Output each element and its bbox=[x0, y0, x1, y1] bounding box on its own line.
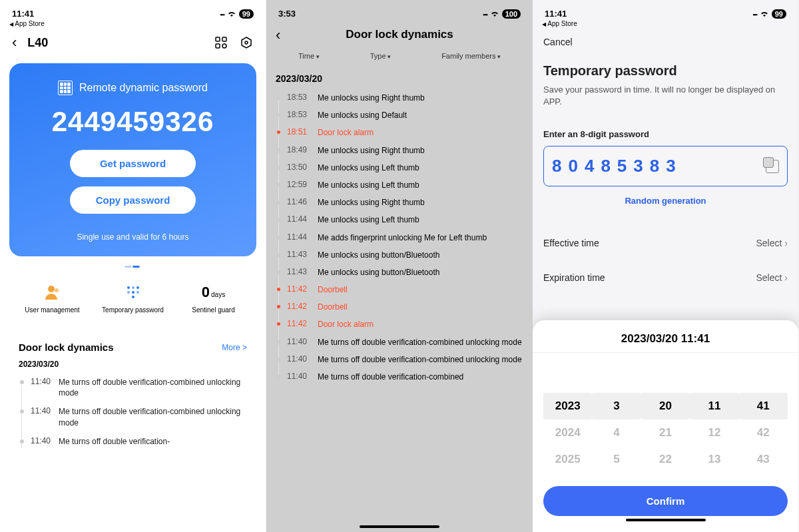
picker-option[interactable]: 22 bbox=[641, 446, 690, 473]
event-message: Me unlocks using Right thumb bbox=[314, 145, 523, 156]
event-time: 11:40 bbox=[287, 337, 314, 346]
list-item[interactable]: 18:53Me unlocks using Right thumb bbox=[276, 89, 523, 107]
picker-column[interactable]: 345 bbox=[592, 393, 641, 473]
temporary-password-label: Temporary password bbox=[102, 306, 164, 314]
list-item[interactable]: 11:46Me unlocks using Right thumb bbox=[276, 194, 523, 211]
dynamics-card: Door lock dynamics More > 2023/03/20 11:… bbox=[9, 332, 256, 451]
password-field-label: Enter an 8-digit password bbox=[543, 129, 788, 139]
page-title: Temporary password bbox=[543, 63, 788, 79]
copy-password-button[interactable]: Copy password bbox=[70, 186, 196, 214]
event-message: Door lock alarm bbox=[314, 127, 523, 138]
timeline-dot-icon bbox=[277, 218, 280, 221]
event-message: Me turns off double verification-combine… bbox=[314, 337, 523, 348]
list-item[interactable]: 18:49Me unlocks using Right thumb bbox=[276, 142, 523, 159]
picker-option[interactable]: 43 bbox=[739, 446, 788, 473]
home-indicator[interactable] bbox=[360, 525, 439, 528]
list-item[interactable]: 18:53Me unlocks using Default bbox=[276, 107, 523, 124]
list-item[interactable]: 11:42Doorbell bbox=[276, 281, 523, 298]
confirm-button[interactable]: Confirm bbox=[543, 486, 788, 516]
svg-point-9 bbox=[132, 286, 134, 289]
event-message: Me unlocks using Left thumb bbox=[314, 180, 523, 190]
picker-option[interactable]: 21 bbox=[641, 419, 690, 446]
picker-column[interactable]: 202122 bbox=[641, 393, 690, 473]
password-input-box[interactable]: 80485383 bbox=[543, 146, 788, 186]
svg-point-5 bbox=[245, 41, 248, 44]
picker-option[interactable]: 4 bbox=[592, 419, 641, 446]
event-message: Me unlocks using Left thumb bbox=[314, 214, 523, 225]
list-item[interactable]: 11:40Me turns off double verification-co… bbox=[276, 351, 523, 368]
back-button[interactable]: ‹ bbox=[12, 34, 17, 51]
picker-selected: 3 bbox=[592, 393, 641, 419]
list-item[interactable]: 11:44Me unlocks using Left thumb bbox=[276, 211, 523, 228]
get-password-button[interactable]: Get password bbox=[70, 150, 196, 177]
dynamics-more-link[interactable]: More > bbox=[222, 343, 247, 352]
list-item[interactable]: 11:44Me adds fingerprint unlocking Me fo… bbox=[276, 229, 523, 246]
event-time: 11:40 bbox=[31, 436, 59, 447]
list-item[interactable]: 11:40Me turns off double verification-co… bbox=[276, 368, 523, 386]
event-message: Me unlocks using button/Bluetooth bbox=[314, 267, 523, 278]
screen-dynamics-list: 3:53 100 ‹ Door lock dynamics Time Type … bbox=[266, 0, 533, 532]
list-item[interactable]: 12:59Me unlocks using Left thumb bbox=[276, 176, 523, 194]
picker-option[interactable]: 12 bbox=[690, 419, 738, 446]
effective-time-row[interactable]: Effective time Select› bbox=[543, 226, 788, 260]
back-button[interactable]: ‹ bbox=[276, 27, 280, 44]
keypad-icon bbox=[58, 81, 73, 95]
list-item[interactable]: 11:40Me turns off double verification-co… bbox=[276, 334, 523, 351]
cancel-button[interactable]: Cancel bbox=[543, 27, 788, 53]
random-generation-link[interactable]: Random generation bbox=[543, 196, 788, 206]
timeline-dot-icon bbox=[277, 288, 280, 291]
sentinel-days-value: 0days bbox=[202, 284, 225, 301]
screen-lock-home: 11:41 99 App Store ‹ L40 bbox=[0, 0, 266, 532]
picker-option[interactable]: 2024 bbox=[543, 419, 592, 446]
list-item[interactable]: 11:42Doorbell bbox=[276, 298, 523, 316]
event-message: Me turns off double verification-combine… bbox=[59, 406, 247, 427]
nav-bar: ‹ L40 bbox=[0, 27, 266, 55]
svg-point-10 bbox=[136, 286, 139, 289]
list-item[interactable]: 13:50Me unlocks using Left thumb bbox=[276, 159, 523, 176]
temporary-password-button[interactable]: Temporary password bbox=[93, 284, 173, 314]
picker-column[interactable]: 111213 bbox=[690, 393, 738, 473]
status-bar: 11:41 99 bbox=[533, 4, 798, 19]
list-item[interactable]: 11:40Me turns off double verification-co… bbox=[19, 402, 247, 431]
back-to-appstore[interactable]: App Store bbox=[0, 19, 266, 27]
list-item[interactable]: 11:40Me turns off double verification- bbox=[19, 432, 247, 451]
chevron-right-icon: › bbox=[784, 238, 788, 248]
picker-column[interactable]: 202320242025 bbox=[543, 393, 592, 473]
qr-icon[interactable] bbox=[214, 35, 228, 50]
event-time: 11:40 bbox=[287, 354, 314, 364]
filter-time[interactable]: Time bbox=[298, 52, 320, 60]
cellular-icon bbox=[483, 10, 487, 18]
keypad-dots-icon bbox=[125, 284, 142, 301]
dynamics-list: 2023/03/20 18:53Me unlocks using Right t… bbox=[266, 67, 533, 523]
home-indicator[interactable] bbox=[626, 519, 706, 521]
filter-type[interactable]: Type bbox=[370, 52, 391, 60]
copy-icon[interactable] bbox=[766, 160, 779, 173]
svg-point-14 bbox=[132, 296, 134, 298]
list-item[interactable]: 11:42Door lock alarm bbox=[276, 316, 523, 333]
wifi-icon bbox=[227, 11, 236, 17]
user-management-button[interactable]: User management bbox=[12, 284, 93, 314]
picker-selected: 2023 bbox=[543, 393, 592, 419]
timeline-dot-icon bbox=[277, 253, 280, 256]
status-bar: 11:41 99 bbox=[0, 4, 266, 19]
list-item[interactable]: 11:43Me unlocks using button/Bluetooth bbox=[276, 246, 523, 264]
filter-family[interactable]: Family members bbox=[441, 52, 501, 60]
list-item[interactable]: 11:43Me unlocks using button/Bluetooth bbox=[276, 264, 523, 281]
picker-option[interactable]: 2025 bbox=[543, 446, 592, 473]
expiration-time-row[interactable]: Expiration time Select› bbox=[543, 260, 788, 295]
picker-option[interactable]: 42 bbox=[739, 419, 788, 446]
list-item[interactable]: 18:51Door lock alarm bbox=[276, 124, 523, 141]
back-to-appstore[interactable]: App Store bbox=[533, 19, 798, 27]
settings-icon[interactable] bbox=[239, 35, 254, 50]
datetime-picker[interactable]: 202320242025345202122111213414243 bbox=[543, 393, 788, 473]
picker-selected: 41 bbox=[739, 393, 788, 419]
page-subtitle: Save your password in time. It will no l… bbox=[543, 84, 788, 108]
nav-title: L40 bbox=[27, 36, 48, 50]
picker-option[interactable]: 5 bbox=[592, 446, 641, 473]
list-item[interactable]: 11:40Me turns off double verification-co… bbox=[19, 373, 247, 402]
user-management-label: User management bbox=[25, 306, 79, 314]
sentinel-guard-button[interactable]: 0days Sentinel guard bbox=[173, 284, 254, 314]
picker-column[interactable]: 414243 bbox=[739, 393, 788, 473]
picker-option[interactable]: 13 bbox=[690, 446, 738, 473]
event-time: 11:40 bbox=[31, 406, 59, 427]
